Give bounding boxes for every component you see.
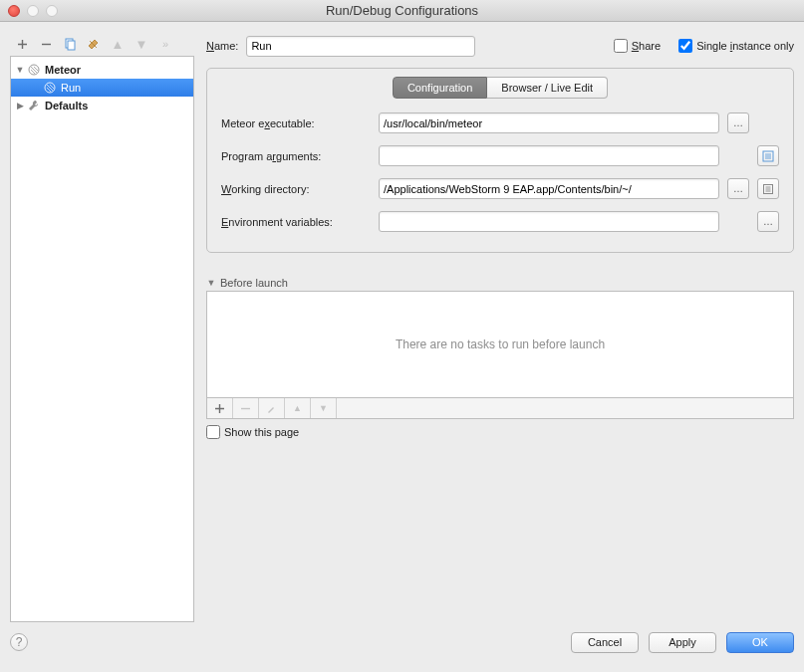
sidebar-toolbar: ▲ ▼ » bbox=[10, 32, 194, 56]
footer: ? Cancel Apply OK bbox=[0, 622, 804, 662]
move-down-icon: ▼ bbox=[132, 34, 151, 54]
meteor-icon bbox=[43, 81, 57, 95]
wd-input[interactable] bbox=[379, 178, 719, 199]
single-instance-checkbox[interactable]: Single instance only bbox=[678, 39, 794, 53]
cancel-button[interactable]: Cancel bbox=[571, 632, 639, 653]
before-launch-label: Before launch bbox=[220, 277, 288, 289]
config-tree[interactable]: ▼ Meteor · Run ▶ Defaults bbox=[10, 56, 194, 622]
config-panel: Configuration Browser / Live Edit Meteor… bbox=[206, 68, 794, 253]
tab-configuration[interactable]: Configuration bbox=[393, 77, 487, 99]
bl-down-icon: ▼ bbox=[311, 398, 337, 418]
expand-args-button[interactable] bbox=[757, 145, 779, 166]
browse-wd-button[interactable]: … bbox=[727, 178, 749, 199]
tree-node-meteor[interactable]: ▼ Meteor bbox=[11, 61, 193, 79]
zoom-icon[interactable] bbox=[46, 5, 58, 17]
add-icon[interactable] bbox=[12, 34, 32, 54]
traffic-lights bbox=[8, 5, 58, 17]
tab-browser-live-edit[interactable]: Browser / Live Edit bbox=[487, 77, 608, 99]
copy-icon[interactable] bbox=[60, 34, 80, 54]
titlebar: Run/Debug Configurations bbox=[0, 0, 804, 22]
exec-label: Meteor executable: bbox=[221, 117, 371, 129]
tabs: Configuration Browser / Live Edit bbox=[221, 77, 779, 99]
window-title: Run/Debug Configurations bbox=[326, 3, 478, 18]
env-label: Environment variables: bbox=[221, 216, 371, 228]
share-checkbox[interactable]: Share bbox=[614, 39, 661, 53]
macro-wd-button[interactable] bbox=[757, 178, 779, 199]
args-label: Program arguments: bbox=[221, 150, 371, 162]
close-icon[interactable] bbox=[8, 5, 20, 17]
tree-label: Run bbox=[59, 82, 81, 94]
bl-remove-icon bbox=[233, 398, 259, 418]
main-panel: Name: Share Single instance only Configu… bbox=[194, 32, 794, 622]
chevrons-icon[interactable]: » bbox=[155, 34, 175, 54]
svg-rect-1 bbox=[68, 41, 75, 50]
settings-icon[interactable] bbox=[84, 34, 104, 54]
wrench-icon bbox=[27, 99, 41, 112]
env-input[interactable] bbox=[379, 211, 719, 232]
browse-env-button[interactable]: … bbox=[757, 211, 779, 232]
name-label: Name: bbox=[206, 40, 238, 52]
bl-add-icon[interactable] bbox=[207, 398, 233, 418]
help-icon[interactable]: ? bbox=[10, 633, 28, 651]
ok-button[interactable]: OK bbox=[726, 632, 794, 653]
apply-button[interactable]: Apply bbox=[649, 632, 716, 653]
wd-label: Working directory: bbox=[221, 183, 371, 195]
minimize-icon[interactable] bbox=[27, 5, 39, 17]
tree-node-defaults[interactable]: ▶ Defaults bbox=[11, 97, 193, 114]
args-input[interactable] bbox=[379, 145, 719, 166]
chevron-down-icon[interactable]: ▼ bbox=[206, 278, 216, 288]
name-input[interactable] bbox=[246, 36, 475, 57]
move-up-icon: ▲ bbox=[108, 34, 128, 54]
exec-input[interactable] bbox=[379, 112, 719, 133]
before-launch-toolbar: ▲ ▼ bbox=[206, 398, 794, 419]
show-this-page-checkbox[interactable]: Show this page bbox=[206, 425, 794, 439]
sidebar: ▲ ▼ » ▼ Meteor · Run ▶ bbox=[10, 32, 194, 622]
tree-label: Defaults bbox=[43, 100, 88, 112]
chevron-right-icon[interactable]: ▶ bbox=[15, 101, 25, 111]
meteor-icon bbox=[27, 63, 41, 77]
before-launch-section: ▼ Before launch There are no tasks to ru… bbox=[206, 277, 794, 439]
tree-node-run[interactable]: · Run bbox=[11, 79, 193, 97]
chevron-down-icon[interactable]: ▼ bbox=[15, 65, 25, 75]
tree-label: Meteor bbox=[43, 64, 81, 76]
before-launch-empty: There are no tasks to run before launch bbox=[396, 337, 605, 351]
bl-up-icon: ▲ bbox=[285, 398, 311, 418]
before-launch-list[interactable]: There are no tasks to run before launch bbox=[206, 291, 794, 398]
bl-edit-icon bbox=[259, 398, 285, 418]
remove-icon[interactable] bbox=[36, 34, 56, 54]
browse-exec-button[interactable]: … bbox=[727, 112, 749, 133]
